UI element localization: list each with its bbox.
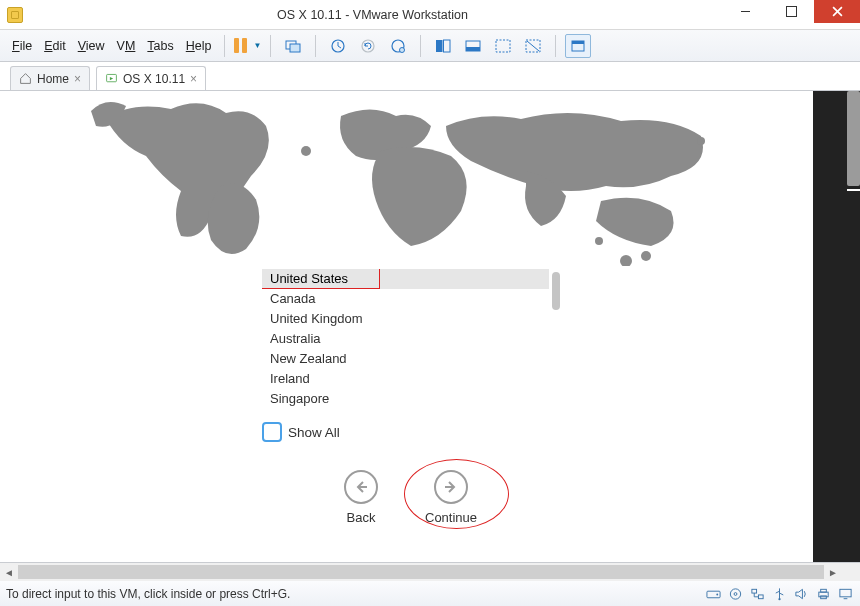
svg-rect-6 <box>436 40 443 52</box>
scrollbar-thumb[interactable] <box>18 565 824 579</box>
close-icon[interactable]: × <box>190 72 197 86</box>
menu-view[interactable]: View <box>74 37 109 55</box>
view-single-icon[interactable] <box>520 34 546 58</box>
horizontal-scrollbar[interactable]: ◄ ► <box>0 563 860 581</box>
svg-point-16 <box>620 255 632 266</box>
svg-point-22 <box>716 593 718 595</box>
svg-rect-9 <box>466 47 480 51</box>
annotation-highlight-continue <box>404 459 509 529</box>
sound-icon[interactable] <box>793 586 810 601</box>
window-titlebar: OS X 10.11 - VMware Workstation <box>0 0 860 30</box>
vm-vertical-scrollbar-tick <box>847 189 860 191</box>
menu-file[interactable]: File <box>8 37 36 55</box>
back-arrow-icon <box>344 470 378 504</box>
display-icon[interactable] <box>837 586 854 601</box>
country-label: Singapore <box>270 391 329 406</box>
svg-rect-26 <box>758 594 763 598</box>
country-item-selected[interactable]: United States <box>262 269 549 289</box>
country-list: United States Canada United Kingdom Aust… <box>262 269 549 415</box>
svg-rect-14 <box>572 41 584 44</box>
svg-point-24 <box>734 592 737 595</box>
vm-icon <box>105 72 118 85</box>
view-unity-icon[interactable] <box>490 34 516 58</box>
svg-rect-31 <box>840 589 851 597</box>
svg-point-17 <box>641 251 651 261</box>
back-label: Back <box>344 510 378 525</box>
osx-setup-pane[interactable]: United States Canada United Kingdom Aust… <box>9 91 813 562</box>
network-icon[interactable] <box>749 586 766 601</box>
home-icon <box>19 72 32 85</box>
back-button[interactable]: Back <box>344 470 378 525</box>
country-item[interactable]: Australia <box>262 329 549 349</box>
usb-icon[interactable] <box>771 586 788 601</box>
svg-rect-7 <box>444 40 451 52</box>
view-fullscreen-icon[interactable] <box>460 34 486 58</box>
dropdown-icon[interactable]: ▼ <box>253 41 261 50</box>
country-item[interactable]: Canada <box>262 289 549 309</box>
close-icon[interactable]: × <box>74 72 81 86</box>
scrollbar-track[interactable] <box>18 565 824 579</box>
country-label: Ireland <box>270 371 310 386</box>
status-device-icons <box>705 586 854 601</box>
country-item[interactable]: New Zealand <box>262 349 549 369</box>
separator <box>315 35 316 57</box>
tab-label: Home <box>37 72 69 86</box>
country-item[interactable]: United Kingdom <box>262 309 549 329</box>
country-listbox[interactable]: United States Canada United Kingdom Aust… <box>262 269 563 415</box>
window-minimize-button[interactable] <box>722 0 768 23</box>
country-label: Australia <box>270 331 321 346</box>
window-title: OS X 10.11 - VMware Workstation <box>23 8 722 22</box>
svg-point-5 <box>400 47 405 52</box>
svg-point-19 <box>301 146 311 156</box>
status-message: To direct input to this VM, click inside… <box>6 587 705 601</box>
window-controls <box>722 0 860 23</box>
separator <box>555 35 556 57</box>
separator <box>224 35 225 57</box>
window-close-button[interactable] <box>814 0 860 23</box>
window-maximize-button[interactable] <box>768 0 814 23</box>
snapshot-take-icon[interactable] <box>325 34 351 58</box>
scroll-left-button[interactable]: ◄ <box>0 563 18 581</box>
country-item[interactable]: Singapore <box>262 389 549 409</box>
svg-point-20 <box>697 137 705 145</box>
scrollbar-corner <box>842 563 860 581</box>
vm-display-area[interactable]: United States Canada United Kingdom Aust… <box>0 91 860 563</box>
status-bar: To direct input to this VM, click inside… <box>0 581 860 606</box>
menu-edit[interactable]: Edit <box>40 37 70 55</box>
svg-point-27 <box>778 598 780 600</box>
country-label: New Zealand <box>270 351 347 366</box>
show-all-checkbox[interactable] <box>262 422 282 442</box>
tab-label: OS X 10.11 <box>123 72 185 86</box>
menu-help[interactable]: Help <box>182 37 216 55</box>
printer-icon[interactable] <box>815 586 832 601</box>
cddvd-icon[interactable] <box>727 586 744 601</box>
snapshot-manager-icon[interactable] <box>385 34 411 58</box>
separator <box>270 35 271 57</box>
svg-point-23 <box>730 588 740 598</box>
send-ctrl-alt-del-icon[interactable] <box>280 34 306 58</box>
tab-home[interactable]: Home × <box>10 66 90 90</box>
menu-tabs[interactable]: Tabs <box>143 37 177 55</box>
svg-line-12 <box>527 41 539 51</box>
vm-black-letterbox <box>813 91 860 562</box>
svg-point-18 <box>595 237 603 245</box>
show-all-checkbox-row: Show All <box>262 422 340 442</box>
svg-rect-29 <box>821 589 827 592</box>
menu-bar: File Edit View VM Tabs Help ▼ <box>0 30 860 62</box>
harddisk-icon[interactable] <box>705 586 722 601</box>
scrollbar-thumb[interactable] <box>552 272 560 310</box>
svg-rect-10 <box>496 40 510 52</box>
scroll-right-button[interactable]: ► <box>824 563 842 581</box>
view-console-icon[interactable] <box>430 34 456 58</box>
pause-button[interactable]: ▼ <box>234 38 261 53</box>
world-map <box>9 91 813 266</box>
snapshot-revert-icon[interactable] <box>355 34 381 58</box>
tab-strip: Home × OS X 10.11 × <box>0 62 860 91</box>
country-item[interactable]: Ireland <box>262 369 549 389</box>
view-library-icon[interactable] <box>565 34 591 58</box>
menu-vm[interactable]: VM <box>113 37 140 55</box>
listbox-scrollbar[interactable] <box>549 269 563 415</box>
svg-rect-1 <box>290 44 300 52</box>
vm-vertical-scrollbar-thumb[interactable] <box>847 91 860 186</box>
tab-active-vm[interactable]: OS X 10.11 × <box>96 66 206 90</box>
